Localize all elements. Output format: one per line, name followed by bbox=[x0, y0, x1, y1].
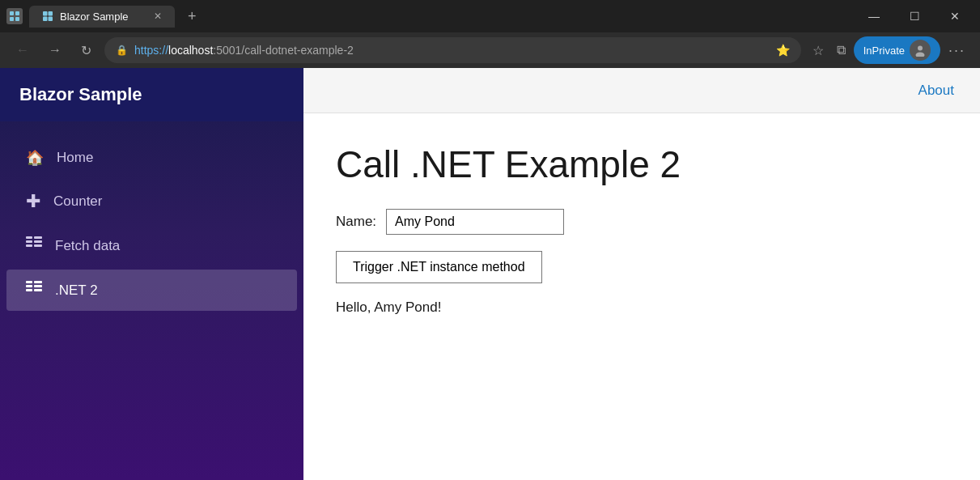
new-tab-button[interactable]: + bbox=[181, 8, 203, 25]
svg-rect-20 bbox=[34, 285, 42, 287]
fetch-data-icon bbox=[26, 236, 42, 255]
profile-avatar bbox=[910, 40, 931, 61]
browser-chrome: Blazor Sample ✕ + — ☐ ✕ ← → ↻ 🔒 https://… bbox=[0, 0, 980, 68]
svg-rect-1 bbox=[15, 11, 19, 15]
svg-rect-0 bbox=[10, 11, 14, 15]
svg-rect-11 bbox=[26, 240, 32, 243]
svg-rect-6 bbox=[43, 17, 48, 22]
content-area: Call .NET Example 2 Name: Trigger .NET i… bbox=[303, 113, 980, 480]
main-content: About Call .NET Example 2 Name: Trigger … bbox=[303, 68, 980, 480]
sidebar-nav: 🏠 Home ✚ Counter Fetc bbox=[0, 121, 303, 327]
collections-button[interactable]: ⧉ bbox=[832, 38, 851, 62]
svg-rect-2 bbox=[10, 17, 14, 21]
sidebar-item-home-label: Home bbox=[57, 150, 93, 166]
browser-icon bbox=[6, 8, 23, 24]
inprivate-button[interactable]: InPrivate bbox=[854, 36, 940, 64]
svg-rect-5 bbox=[49, 11, 53, 16]
window-controls: — ☐ ✕ bbox=[855, 3, 974, 29]
svg-point-8 bbox=[918, 46, 923, 51]
address-bar[interactable]: 🔒 https://localhost:5001/call-dotnet-exa… bbox=[104, 37, 801, 63]
address-text: https://localhost:5001/call-dotnet-examp… bbox=[134, 44, 354, 57]
favorites-icon[interactable]: ⭐ bbox=[776, 44, 790, 57]
trigger-button[interactable]: Trigger .NET instance method bbox=[336, 251, 542, 283]
favorites-button[interactable]: ☆ bbox=[808, 38, 829, 63]
tab-close-button[interactable]: ✕ bbox=[154, 11, 162, 22]
svg-rect-18 bbox=[26, 289, 32, 291]
svg-rect-16 bbox=[26, 281, 32, 283]
svg-rect-19 bbox=[34, 281, 42, 283]
svg-rect-21 bbox=[34, 289, 42, 291]
inprivate-label: InPrivate bbox=[863, 45, 905, 57]
home-icon: 🏠 bbox=[26, 149, 44, 167]
title-bar-left: Blazor Sample ✕ + bbox=[6, 6, 203, 28]
sidebar-item-fetch-data[interactable]: Fetch data bbox=[6, 225, 297, 266]
name-input[interactable] bbox=[386, 209, 564, 235]
svg-rect-7 bbox=[49, 17, 53, 22]
result-text: Hello, Amy Pond! bbox=[336, 299, 948, 316]
svg-rect-13 bbox=[34, 236, 42, 239]
svg-rect-14 bbox=[34, 240, 42, 243]
topbar: About bbox=[303, 68, 980, 113]
counter-icon: ✚ bbox=[26, 193, 40, 210]
refresh-button[interactable]: ↻ bbox=[74, 38, 98, 63]
close-window-button[interactable]: ✕ bbox=[936, 3, 974, 29]
minimize-button[interactable]: — bbox=[855, 3, 893, 29]
svg-point-9 bbox=[915, 53, 924, 57]
name-form-row: Name: bbox=[336, 209, 948, 235]
more-options-button[interactable]: ··· bbox=[944, 37, 970, 64]
name-label: Name: bbox=[336, 214, 376, 230]
net2-icon bbox=[26, 281, 42, 299]
sidebar-item-home[interactable]: 🏠 Home bbox=[6, 138, 297, 178]
sidebar-item-net2-label: .NET 2 bbox=[55, 282, 98, 299]
svg-rect-17 bbox=[26, 285, 32, 287]
forward-button[interactable]: → bbox=[42, 38, 68, 62]
svg-rect-4 bbox=[43, 11, 48, 16]
lock-icon: 🔒 bbox=[116, 45, 128, 56]
title-bar: Blazor Sample ✕ + — ☐ ✕ bbox=[0, 0, 980, 32]
svg-rect-3 bbox=[15, 17, 19, 21]
sidebar-item-fetch-data-label: Fetch data bbox=[55, 238, 120, 254]
sidebar-title: Blazor Sample bbox=[19, 84, 142, 104]
svg-rect-10 bbox=[26, 236, 32, 239]
nav-right: ☆ ⧉ InPrivate ··· bbox=[808, 36, 970, 64]
browser-tab[interactable]: Blazor Sample ✕ bbox=[29, 6, 175, 28]
tab-title: Blazor Sample bbox=[60, 11, 129, 23]
nav-bar: ← → ↻ 🔒 https://localhost:5001/call-dotn… bbox=[0, 32, 980, 68]
page-title: Call .NET Example 2 bbox=[336, 142, 948, 186]
sidebar-item-counter[interactable]: ✚ Counter bbox=[6, 181, 297, 222]
svg-rect-12 bbox=[26, 244, 32, 247]
sidebar-item-counter-label: Counter bbox=[53, 193, 102, 210]
trigger-button-row: Trigger .NET instance method bbox=[336, 251, 948, 299]
maximize-button[interactable]: ☐ bbox=[896, 3, 933, 29]
app-container: Blazor Sample 🏠 Home ✚ Counter bbox=[0, 68, 980, 480]
about-link[interactable]: About bbox=[918, 83, 954, 99]
sidebar-header: Blazor Sample bbox=[0, 68, 303, 121]
svg-rect-15 bbox=[34, 244, 42, 247]
back-button[interactable]: ← bbox=[10, 38, 36, 62]
sidebar-item-net2[interactable]: .NET 2 bbox=[6, 270, 297, 311]
sidebar: Blazor Sample 🏠 Home ✚ Counter bbox=[0, 68, 303, 480]
